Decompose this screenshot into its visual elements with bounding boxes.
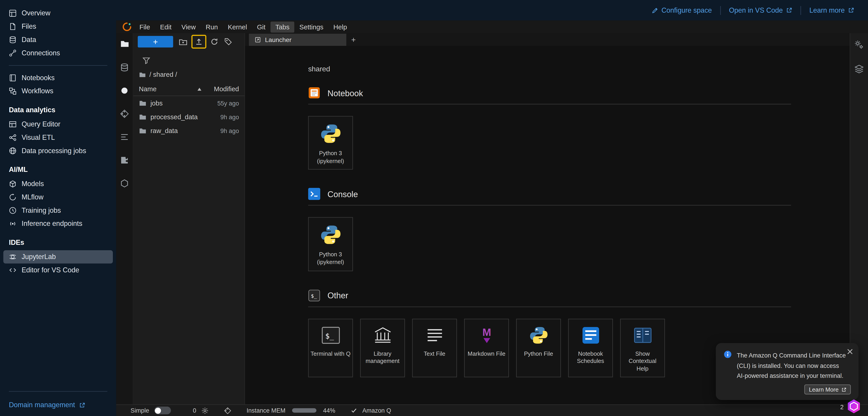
open-in-vscode-label: Open in VS Code [729,6,783,14]
hexagon-icon[interactable] [120,179,129,188]
file-row-processed-data[interactable]: processed_data 9h ago [133,110,245,124]
file-browser-icon[interactable] [120,39,129,49]
sidebar-section-ides: IDEs [0,230,116,250]
sidebar-label: Data [22,36,36,44]
file-modified: 55y ago [217,100,239,106]
running-circle-icon[interactable] [120,86,129,95]
launcher-card-notebook-python3[interactable]: Python 3 (ipykernel) [308,116,353,170]
text-file-icon [425,325,444,345]
file-name: processed_data [150,113,198,120]
toggle-knob [155,408,161,414]
sidebar-item-editor-vscode[interactable]: Editor for VS Code [0,264,116,277]
simple-mode-toggle[interactable] [154,407,171,414]
configure-space-link[interactable]: Configure space [643,6,720,14]
column-modified[interactable]: Modified [214,85,239,93]
menu-help[interactable]: Help [329,21,352,32]
add-tab-button[interactable]: + [346,34,361,46]
menu-kernel[interactable]: Kernel [223,21,252,32]
menu-view[interactable]: View [177,21,200,32]
mlflow-icon [9,193,17,201]
new-launcher-button[interactable]: + [138,36,173,47]
toc-icon[interactable] [120,133,129,141]
sidebar-item-data[interactable]: Data [0,33,116,46]
launcher-card-console-python3[interactable]: Python 3 (ipykernel) [308,217,353,271]
terminal-icon: $_ [320,325,340,345]
filter-funnel-icon[interactable] [133,50,245,66]
menu-file[interactable]: File [134,21,155,32]
sidebar-item-connections[interactable]: Connections [0,46,116,60]
file-row-raw-data[interactable]: raw_data 9h ago [133,124,245,138]
menu-tabs[interactable]: Tabs [271,21,294,32]
git-clone-button[interactable] [224,37,232,46]
sidebar-label: Workflows [22,87,53,95]
python-icon [319,123,342,145]
refresh-button[interactable] [210,37,218,46]
upload-button-highlighted[interactable] [191,35,206,48]
sidebar-item-notebooks[interactable]: Notebooks [0,71,116,85]
launcher-card-library-management[interactable]: Library management [360,318,405,378]
git-status-icon[interactable] [224,407,231,414]
code-brackets-icon [9,266,17,274]
sidebar-item-overview[interactable]: Overview [0,6,116,20]
sidebar-footer: Domain management [0,385,116,416]
card-label: Text File [424,350,445,357]
python-icon [529,325,549,345]
sidebar-item-models[interactable]: Models [0,177,116,190]
menu-git[interactable]: Git [252,21,271,32]
new-folder-button[interactable] [179,37,187,46]
python-icon [319,224,342,246]
menu-edit[interactable]: Edit [155,21,177,32]
kernel-gear-icon[interactable] [201,407,209,414]
launcher-card-notebook-schedules[interactable]: Notebook Schedules [568,318,613,378]
external-link-icon [848,7,854,13]
launcher-card-text-file[interactable]: Text File [412,318,457,378]
toast-message: The Amazon Q Command Line Interface (CLI… [737,350,851,381]
notification-count-badge[interactable]: 2 [840,404,844,410]
data-browser-icon[interactable] [120,63,129,72]
sidebar-item-files[interactable]: Files [0,20,116,33]
git-icon[interactable] [120,109,129,118]
launcher-card-terminal-with-q[interactable]: $_ Terminal with Q [308,318,353,378]
sidebar-item-workflows[interactable]: Workflows [0,84,116,98]
property-inspector-gears-icon[interactable] [854,40,864,50]
close-icon[interactable] [847,348,853,354]
sidebar-item-jupyterlab[interactable]: JupyterLab [3,250,113,264]
sort-ascending-icon[interactable] [197,87,202,91]
open-in-vscode-link[interactable]: Open in VS Code [721,6,801,14]
sidebar-label: Data processing jobs [22,147,86,155]
file-row-jobs[interactable]: jobs 55y ago [133,96,245,110]
tab-launcher[interactable]: Launcher [249,34,346,46]
learn-more-label: Learn more [809,6,845,14]
sidebar-item-training-jobs[interactable]: Training jobs [0,204,116,217]
sidebar-item-visual-etl[interactable]: Visual ETL [0,131,116,144]
library-icon [372,325,393,345]
amazon-q-launcher: 2 [840,399,861,415]
divider [9,65,107,66]
launcher-card-markdown-file[interactable]: M Markdown File [464,318,509,378]
kernel-count: 0 [193,407,196,414]
menu-run[interactable]: Run [200,21,223,32]
globe-icon [9,147,17,155]
amazon-q-icon[interactable] [846,399,861,415]
breadcrumb[interactable]: / shared / [133,66,245,82]
domain-management-link[interactable]: Domain management [0,397,116,416]
amazon-q-status-label[interactable]: Amazon Q [362,407,391,414]
launcher-card-python-file[interactable]: Python File [516,318,561,378]
learn-more-link[interactable]: Learn more [801,6,862,14]
sidebar-item-data-processing-jobs[interactable]: Data processing jobs [0,144,116,158]
help-book-icon [632,325,652,345]
svg-text:$_: $_ [311,293,317,299]
launcher-card-show-contextual-help[interactable]: Show Contextual Help [620,318,665,378]
folder-icon [139,71,146,78]
menu-settings[interactable]: Settings [294,21,329,32]
sidebar-item-mlflow[interactable]: MLflow [0,190,116,204]
card-label: Library management [362,350,403,365]
pencil-icon [652,7,658,13]
column-name[interactable]: Name [139,85,156,93]
learn-more-button[interactable]: Learn More [804,384,851,394]
sidebar-item-query-editor[interactable]: Query Editor [0,118,116,131]
activity-bar [116,33,133,405]
sidebar-item-inference-endpoints[interactable]: Inference endpoints [0,217,116,230]
extensions-icon[interactable] [120,156,129,165]
layers-icon[interactable] [854,64,864,74]
